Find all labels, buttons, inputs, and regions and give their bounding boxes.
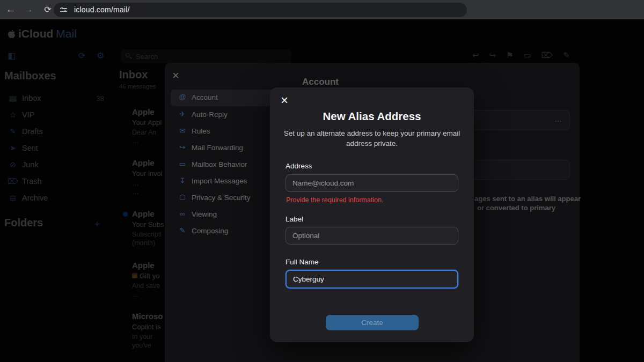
browser-toolbar: ← → ⟳ icloud.com/mail/ bbox=[0, 0, 644, 19]
new-alias-dialog: × New Alias Address Set up an alternate … bbox=[270, 87, 474, 342]
address-bar[interactable]: icloud.com/mail/ bbox=[54, 3, 467, 17]
browser-forward-icon[interactable]: → bbox=[21, 0, 35, 19]
address-label: Address bbox=[286, 162, 312, 170]
create-button[interactable]: Create bbox=[326, 315, 419, 330]
dialog-close-icon[interactable]: × bbox=[281, 94, 288, 107]
full-name-label: Full Name bbox=[286, 258, 319, 266]
dialog-subtitle: Set up an alternate address to keep your… bbox=[283, 128, 461, 149]
label-input[interactable] bbox=[286, 227, 458, 245]
address-input[interactable] bbox=[286, 174, 458, 192]
dialog-title: New Alias Address bbox=[270, 110, 474, 123]
full-name-input[interactable] bbox=[286, 270, 458, 289]
label-label: Label bbox=[286, 215, 303, 223]
url-text[interactable]: icloud.com/mail/ bbox=[74, 3, 130, 17]
validation-error: Provide the required information. bbox=[286, 196, 383, 204]
site-settings-icon[interactable] bbox=[60, 6, 68, 13]
browser-reload-icon[interactable]: ⟳ bbox=[41, 0, 55, 19]
screen: ← → ⟳ icloud.com/mail/ iCloud Mail ◧ ⟳ ⚙… bbox=[0, 0, 644, 362]
browser-back-icon[interactable]: ← bbox=[4, 0, 18, 19]
